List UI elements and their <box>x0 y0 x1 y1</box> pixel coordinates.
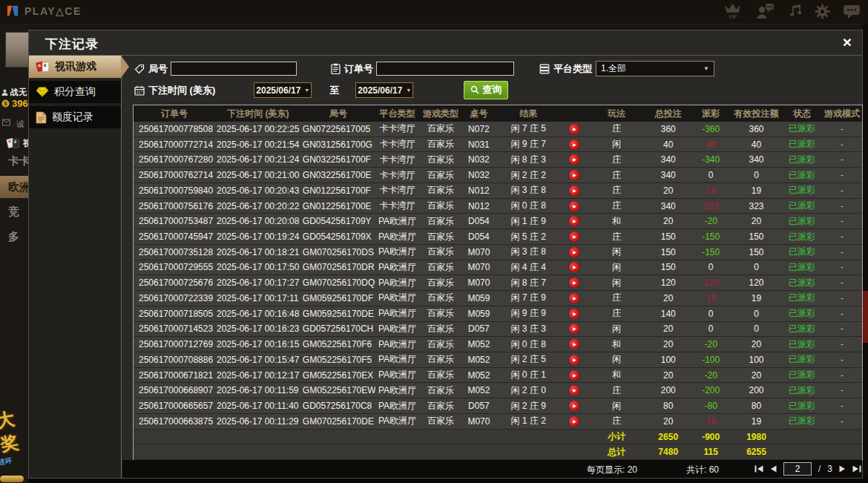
replay-play-icon[interactable]: ▶ <box>569 370 579 381</box>
cell-result: 闲 3 庄 8 <box>496 246 561 258</box>
cell-game-no: GM059256170DF <box>301 293 375 303</box>
sidebar-item-video-games[interactable]: K 9 视讯游戏 <box>29 56 121 78</box>
cell-payout: 19 <box>691 185 731 196</box>
cell-total-bet: 20 <box>645 185 691 196</box>
cell-platform: 卡卡湾厅 <box>375 138 419 151</box>
cell-table-no: M052 <box>462 370 496 381</box>
music-icon[interactable] <box>787 4 802 19</box>
user-avatar[interactable] <box>5 32 28 68</box>
cell-payout: -360 <box>691 124 731 134</box>
mail-icon[interactable] <box>2 119 10 126</box>
replay-play-icon[interactable]: ▶ <box>569 231 579 242</box>
background-nav-item-selected[interactable]: 欧洲 <box>0 176 28 198</box>
cell-play-method: 庄 <box>588 184 646 197</box>
cell-total-bet: 340 <box>645 170 691 180</box>
date-to-picker[interactable]: 2025/06/17▼ <box>355 82 413 98</box>
cell-payout: 0 <box>691 170 731 180</box>
cell-platform: 卡卡湾厅 <box>375 169 419 182</box>
cell-game-no: GN0312561700G <box>301 139 375 150</box>
support-icon[interactable] <box>755 3 775 19</box>
cell-bet-time: 2025-06-17 00:11:59 <box>215 385 301 395</box>
cell-order-no: 250617000778508 <box>134 124 215 134</box>
replay-play-icon[interactable]: ▶ <box>569 309 579 319</box>
first-page-icon[interactable] <box>754 465 763 473</box>
cell-valid-bet: 40 <box>731 139 782 150</box>
cell-status: 已派彩 <box>782 400 822 413</box>
cell-payout: -80 <box>691 401 731 411</box>
replay-play-icon[interactable]: ▶ <box>569 416 579 427</box>
replay-play-icon[interactable]: ▶ <box>569 293 579 303</box>
cell-order-no: 250617000671821 <box>134 370 215 381</box>
cell-platform: PA欧洲厅 <box>375 215 419 228</box>
replay-play-icon[interactable]: ▶ <box>569 339 579 349</box>
bet-time-label-group: 下注时间 (美东) <box>134 84 215 97</box>
cell-order-no: 250617000712769 <box>134 339 215 349</box>
sidebar-item-points-query[interactable]: 积分查询 <box>29 81 121 103</box>
replay-play-icon[interactable]: ▶ <box>569 170 579 180</box>
close-icon[interactable]: × <box>843 33 852 51</box>
cell-order-no: 250617000756176 <box>134 201 215 211</box>
replay-play-icon[interactable]: ▶ <box>569 216 579 226</box>
background-video-tab: K 9 视 <box>6 137 28 150</box>
cell-status: 已派彩 <box>782 215 822 228</box>
cell-order-no: 250617000745947 <box>134 231 215 242</box>
cell-order-no: 250617000772714 <box>134 139 215 150</box>
cell-valid-bet: 0 <box>731 170 782 180</box>
cell-game-type: 百家乐 <box>419 154 462 166</box>
cell-bet-time: 2025-06-17 00:16:48 <box>215 309 301 319</box>
platform-type-select[interactable]: 1.全部 ▼ <box>596 61 714 76</box>
replay-play-icon[interactable]: ▶ <box>569 154 579 165</box>
cell-status: 已派彩 <box>782 231 822 243</box>
replay-play-icon[interactable]: ▶ <box>569 247 579 257</box>
cell-result: 闲 1 庄 2 <box>496 415 561 427</box>
cell-replay: ▶ <box>561 355 587 365</box>
background-nav-item[interactable]: 多 <box>0 230 28 244</box>
replay-play-icon[interactable]: ▶ <box>569 277 579 288</box>
cell-platform: PA欧洲厅 <box>375 246 419 258</box>
promo-banner[interactable]: 大奖 连环 <box>0 407 28 482</box>
cell-result: 闲 5 庄 2 <box>496 231 561 243</box>
cell-play-method: 闲 <box>588 246 646 258</box>
next-page-icon[interactable] <box>839 465 846 473</box>
date-from-picker[interactable]: 2025/06/17▼ <box>254 82 312 98</box>
background-partial-label: 诚 <box>16 119 24 130</box>
replay-play-icon[interactable]: ▶ <box>569 124 579 134</box>
table-row: 2506170007088862025-06-17 00:15:47GM0522… <box>134 352 862 368</box>
background-nav-item[interactable]: 卡卡 <box>0 154 28 168</box>
cell-payout: -200 <box>691 385 731 395</box>
cell-bet-time: 2025-06-17 00:20:08 <box>215 216 301 226</box>
cell-game-mode: - <box>822 355 862 365</box>
platform-list-icon <box>539 64 550 74</box>
replay-play-icon[interactable]: ▶ <box>569 262 579 272</box>
cell-result: 闲 0 庄 8 <box>496 338 561 351</box>
page-number-input[interactable] <box>783 462 812 476</box>
sidebar-item-label: 视讯游戏 <box>55 60 96 73</box>
background-nav-item[interactable]: 竞 <box>0 205 28 219</box>
game-no-input[interactable] <box>171 62 297 76</box>
sidebar-item-quota-records[interactable]: 额度记录 <box>29 106 121 128</box>
order-no-input[interactable] <box>376 62 514 76</box>
replay-play-icon[interactable]: ▶ <box>569 385 579 395</box>
replay-play-icon[interactable]: ▶ <box>569 139 579 150</box>
replay-play-icon[interactable]: ▶ <box>569 401 579 411</box>
cell-game-type: 百家乐 <box>419 338 462 351</box>
cell-play-method: 庄 <box>588 415 646 427</box>
replay-play-icon[interactable]: ▶ <box>569 355 579 365</box>
chat-icon[interactable] <box>843 4 861 19</box>
cell-payout: -150 <box>691 247 731 257</box>
prev-page-icon[interactable] <box>770 465 777 473</box>
column-header: 局号 <box>301 108 375 120</box>
cell-play-method: 庄 <box>588 154 646 166</box>
cell-table-no: M070 <box>462 416 496 427</box>
column-header: 游戏模式 <box>822 108 862 120</box>
vip-icon[interactable]: VIP <box>723 2 743 20</box>
replay-play-icon[interactable]: ▶ <box>569 185 579 196</box>
last-page-icon[interactable] <box>852 465 861 473</box>
search-button[interactable]: 查询 <box>464 81 508 99</box>
table-row: 2506170007459472025-06-17 00:19:24GD0542… <box>134 229 862 245</box>
replay-play-icon[interactable]: ▶ <box>569 323 579 334</box>
cell-order-no: 250617000663875 <box>134 416 215 427</box>
cell-table-no: M070 <box>462 262 496 272</box>
settings-icon[interactable] <box>815 4 830 19</box>
replay-play-icon[interactable]: ▶ <box>569 201 579 211</box>
